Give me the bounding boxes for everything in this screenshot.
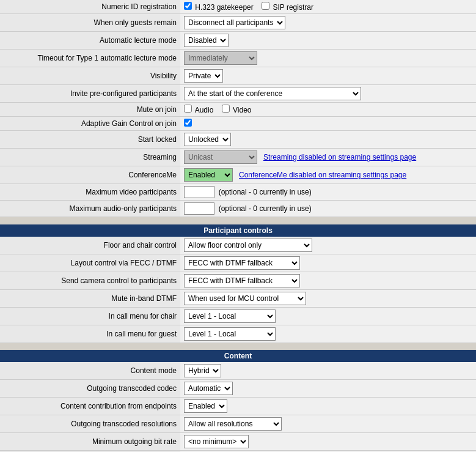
mute-on-join-row: Mute on join Audio Video (0, 103, 476, 117)
incall-guest-row: In call menu for guest Level 1 - Local (0, 325, 476, 343)
streaming-row: Streaming Unicast Streaming disabled on … (0, 149, 476, 166)
outgoing-codec-label: Outgoing transcoded codec (0, 380, 180, 398)
start-locked-select[interactable]: Unlocked (184, 133, 231, 146)
outgoing-resolutions-label: Outgoing transcoded resolutions (0, 415, 180, 433)
max-video-label: Maximum video participants (0, 184, 180, 201)
incall-chair-row: In call menu for chair Level 1 - Local (0, 307, 476, 325)
max-audio-value: (optional - 0 currently in use) (180, 201, 476, 217)
outgoing-codec-row: Outgoing transcoded codec Automatic (0, 380, 476, 398)
max-audio-note: (optional - 0 currently in use) (216, 204, 311, 213)
streaming-value: Unicast Streaming disabled on streaming … (180, 149, 476, 166)
min-bitrate-row: Minimum outgoing bit rate <no minimum> (0, 433, 476, 451)
content-mode-row: Content mode Hybrid (0, 362, 476, 380)
mute-audio-checkbox[interactable] (184, 105, 192, 113)
min-bitrate-select[interactable]: <no minimum> (184, 435, 249, 448)
mute-dtmf-label: Mute in-band DTMF (0, 289, 180, 307)
incall-guest-select[interactable]: Level 1 - Local (184, 327, 276, 341)
floor-chair-row: Floor and chair control Allow floor cont… (0, 237, 476, 254)
max-audio-label: Maximum audio-only participants (0, 201, 180, 217)
layout-fecc-row: Layout control via FECC / DTMF FECC with… (0, 254, 476, 272)
layout-fecc-select[interactable]: FECC with DTMF fallback (184, 256, 300, 270)
mute-on-join-value: Audio Video (180, 103, 476, 117)
spacer-2 (0, 343, 476, 350)
content-contribution-value: Enabled (180, 398, 476, 415)
agc-label: Adaptive Gain Control on join (0, 117, 180, 131)
mute-dtmf-row: Mute in-band DTMF When used for MCU cont… (0, 289, 476, 307)
mute-dtmf-value: When used for MCU control (180, 289, 476, 307)
content-title: Content (0, 350, 476, 362)
layout-fecc-label: Layout control via FECC / DTMF (0, 254, 180, 272)
h323-checkbox[interactable] (184, 2, 192, 10)
streaming-select[interactable]: Unicast (184, 150, 257, 164)
guests-remain-row: When only guests remain Disconnect all p… (0, 14, 476, 32)
content-contribution-label: Content contribution from endpoints (0, 398, 180, 415)
max-video-value: (optional - 0 currently in use) (180, 184, 476, 201)
conferenceme-link[interactable]: ConferenceMe disabled on streaming setti… (239, 171, 406, 179)
sip-checkbox[interactable] (262, 2, 269, 10)
incall-guest-value: Level 1 - Local (180, 325, 476, 343)
lecture-timeout-value: Immediately (180, 50, 476, 67)
max-audio-row: Maximum audio-only participants (optiona… (0, 201, 476, 217)
h323-label: H.323 gatekeeper (195, 3, 253, 12)
start-locked-value: Unlocked (180, 131, 476, 149)
numeric-id-label: Numeric ID registration (0, 0, 180, 14)
lecture-mode-label: Automatic lecture mode (0, 32, 180, 50)
spacer-1 (0, 217, 476, 224)
incall-guest-label: In call menu for guest (0, 325, 180, 343)
lecture-timeout-select[interactable]: Immediately (184, 51, 257, 65)
content-mode-label: Content mode (0, 362, 180, 380)
streaming-link[interactable]: Streaming disabled on streaming settings… (263, 153, 416, 161)
guests-remain-label: When only guests remain (0, 14, 180, 32)
invite-participants-label: Invite pre-configured participants (0, 85, 180, 103)
start-locked-label: Start locked (0, 131, 180, 149)
camera-control-row: Send camera control to participants FECC… (0, 272, 476, 289)
guests-remain-select[interactable]: Disconnect all participants (184, 16, 285, 29)
agc-row: Adaptive Gain Control on join (0, 117, 476, 131)
numeric-id-value: H.323 gatekeeper SIP registrar (180, 0, 476, 14)
incall-chair-label: In call menu for chair (0, 307, 180, 325)
max-video-input[interactable] (184, 186, 214, 198)
lecture-mode-value: Disabled (180, 32, 476, 50)
visibility-select[interactable]: Private (184, 69, 223, 83)
outgoing-resolutions-select[interactable]: Allow all resolutions (184, 417, 282, 431)
visibility-value: Private (180, 67, 476, 85)
camera-control-label: Send camera control to participants (0, 272, 180, 289)
outgoing-resolutions-row: Outgoing transcoded resolutions Allow al… (0, 415, 476, 433)
outgoing-codec-value: Automatic (180, 380, 476, 398)
mute-video-label: Video (233, 106, 251, 114)
numeric-id-row: Numeric ID registration H.323 gatekeeper… (0, 0, 476, 14)
camera-control-value: FECC with DTMF fallback (180, 272, 476, 289)
layout-fecc-value: FECC with DTMF fallback (180, 254, 476, 272)
start-locked-row: Start locked Unlocked (0, 131, 476, 149)
participant-controls-header: Participant controls (0, 224, 476, 237)
content-mode-select[interactable]: Hybrid (184, 364, 221, 377)
main-form: Numeric ID registration H.323 gatekeeper… (0, 0, 476, 452)
conferenceme-row: ConferenceMe Enabled ConferenceMe disabl… (0, 166, 476, 184)
invite-participants-select[interactable]: At the start of the conference (184, 87, 361, 100)
streaming-label: Streaming (0, 149, 180, 166)
mute-video-checkbox[interactable] (222, 105, 230, 113)
floor-chair-label: Floor and chair control (0, 237, 180, 254)
content-contribution-select[interactable]: Enabled (184, 399, 227, 413)
lecture-timeout-label: Timeout for Type 1 automatic lecture mod… (0, 50, 180, 67)
visibility-label: Visibility (0, 67, 180, 85)
invite-participants-row: Invite pre-configured participants At th… (0, 85, 476, 103)
conferenceme-value: Enabled ConferenceMe disabled on streami… (180, 166, 476, 184)
max-audio-input[interactable] (184, 202, 214, 215)
participant-controls-title: Participant controls (0, 224, 476, 237)
outgoing-resolutions-value: Allow all resolutions (180, 415, 476, 433)
lecture-timeout-row: Timeout for Type 1 automatic lecture mod… (0, 50, 476, 67)
visibility-row: Visibility Private (0, 67, 476, 85)
content-header: Content (0, 350, 476, 362)
floor-chair-select[interactable]: Allow floor control only (184, 239, 312, 252)
mute-dtmf-select[interactable]: When used for MCU control (184, 292, 306, 305)
outgoing-codec-select[interactable]: Automatic (184, 382, 233, 395)
incall-chair-select[interactable]: Level 1 - Local (184, 309, 276, 323)
lecture-mode-select[interactable]: Disabled (184, 34, 229, 47)
min-bitrate-label: Minimum outgoing bit rate (0, 433, 180, 451)
camera-control-select[interactable]: FECC with DTMF fallback (184, 274, 300, 287)
floor-chair-value: Allow floor control only (180, 237, 476, 254)
mute-on-join-label: Mute on join (0, 103, 180, 117)
conferenceme-select[interactable]: Enabled (184, 168, 233, 182)
agc-checkbox[interactable] (184, 119, 192, 127)
